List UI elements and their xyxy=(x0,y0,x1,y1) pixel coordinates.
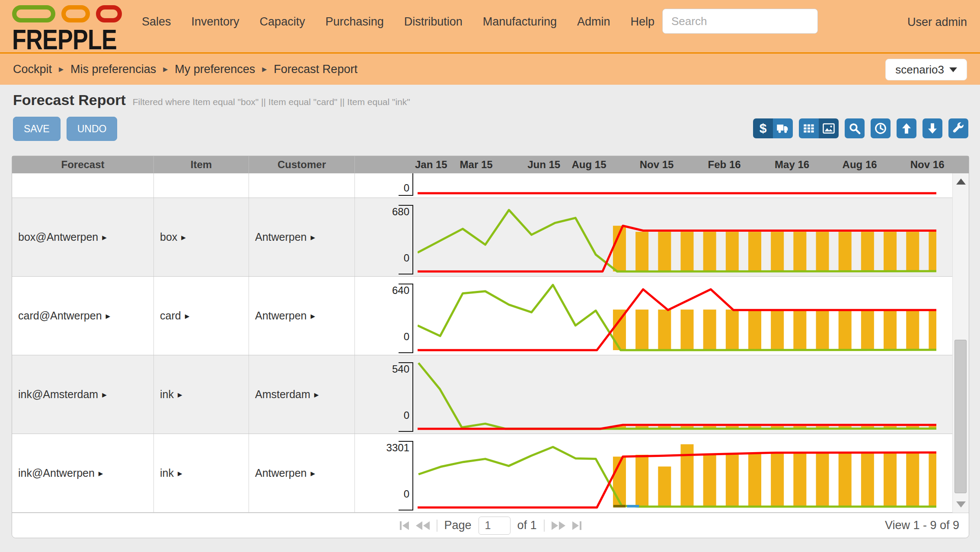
drilldown-arrow-icon[interactable]: ▸ xyxy=(102,389,107,400)
export-button[interactable] xyxy=(923,118,942,138)
item-cell-label[interactable]: ink xyxy=(160,467,174,479)
customer-cell-label[interactable]: Antwerpen xyxy=(255,310,307,322)
import-button[interactable] xyxy=(897,118,916,138)
nav-item-distribution[interactable]: Distribution xyxy=(404,15,463,29)
drilldown-arrow-icon[interactable]: ▸ xyxy=(311,311,316,321)
breadcrumb-item-0[interactable]: Cockpit xyxy=(13,63,52,76)
time-axis-label[interactable]: May 16 xyxy=(775,156,809,173)
prev-page-button[interactable] xyxy=(415,521,429,530)
truck-icon xyxy=(776,122,789,135)
grid-body: 0box@Antwerpen▸box▸Antwerpen▸6800card@An… xyxy=(12,173,969,513)
search-input[interactable] xyxy=(662,9,818,34)
forecast-chart xyxy=(418,355,936,434)
page-number-input[interactable] xyxy=(479,517,511,535)
nav-item-help[interactable]: Help xyxy=(630,15,654,29)
time-axis-label[interactable]: Jan 15 xyxy=(415,156,447,173)
units-toggle-button[interactable] xyxy=(773,118,793,138)
table-row-card@Antwerpen: card@Antwerpen▸card▸Antwerpen▸6400 xyxy=(12,277,969,355)
drilldown-arrow-icon[interactable]: ▸ xyxy=(106,311,111,321)
next-page-button[interactable] xyxy=(552,521,565,530)
undo-button[interactable]: UNDO xyxy=(67,117,118,141)
breadcrumb-item-1[interactable]: Mis preferencias xyxy=(70,63,156,76)
frepple-logo[interactable]: FREPPLE xyxy=(12,5,137,54)
time-axis-label[interactable]: Nov 15 xyxy=(640,156,674,173)
forecast-chart xyxy=(418,277,936,355)
scrollbar-thumb[interactable] xyxy=(954,340,967,493)
drilldown-arrow-icon[interactable]: ▸ xyxy=(99,468,103,479)
table-row-ink@Antwerpen: ink@Antwerpen▸ink▸Antwerpen▸33010 xyxy=(12,434,969,513)
forecast-cell-label[interactable]: card@Antwerpen xyxy=(18,310,102,322)
time-buckets-button[interactable] xyxy=(871,118,891,138)
table-row-box@Antwerpen: box@Antwerpen▸box▸Antwerpen▸6800 xyxy=(12,198,969,277)
user-menu[interactable]: User admin xyxy=(907,16,967,29)
time-axis-header: Jan 15Mar 15Jun 15Aug 15Nov 15Feb 16May … xyxy=(355,156,969,173)
forecast-cell-label[interactable]: ink@Amsterdam xyxy=(18,388,98,401)
y-axis-max-label: 640 xyxy=(355,284,409,297)
breadcrumb-separator-icon: ▸ xyxy=(262,64,267,75)
filter-description: Filtered where Item equal "box" || Item … xyxy=(133,97,410,107)
nav-item-sales[interactable]: Sales xyxy=(142,15,171,29)
time-axis-label[interactable]: Nov 16 xyxy=(910,156,945,173)
customer-cell-label[interactable]: Antwerpen xyxy=(255,467,307,479)
drilldown-arrow-icon[interactable]: ▸ xyxy=(102,232,107,242)
table-view-button[interactable] xyxy=(799,118,819,138)
first-page-button[interactable] xyxy=(399,521,409,530)
nav-item-capacity[interactable]: Capacity xyxy=(260,15,305,29)
column-header-customer[interactable]: Customer xyxy=(249,156,355,173)
drilldown-arrow-icon[interactable]: ▸ xyxy=(178,389,182,400)
breadcrumb-item-3[interactable]: Forecast Report xyxy=(274,63,358,76)
forecast-cell-label[interactable]: box@Antwerpen xyxy=(18,231,98,243)
drilldown-arrow-icon[interactable]: ▸ xyxy=(178,468,182,479)
nav-item-inventory[interactable]: Inventory xyxy=(192,15,239,29)
item-cell-label[interactable]: card xyxy=(160,310,181,322)
y-axis-zero-label: 0 xyxy=(355,409,409,421)
table-icon xyxy=(803,122,815,134)
customer-cell-label[interactable]: Amsterdam xyxy=(255,388,310,401)
customer-cell-label[interactable]: Antwerpen xyxy=(255,231,307,243)
item-cell xyxy=(154,173,249,198)
arrow-up-icon xyxy=(900,122,913,135)
item-cell: card▸ xyxy=(154,277,249,355)
nav-item-admin[interactable]: Admin xyxy=(577,15,610,29)
column-header-forecast[interactable]: Forecast xyxy=(12,156,154,173)
chevron-down-icon xyxy=(949,67,957,72)
time-axis-label[interactable]: Jun 15 xyxy=(527,156,560,173)
time-axis-label[interactable]: Feb 16 xyxy=(708,156,741,173)
y-axis-line xyxy=(412,205,413,274)
nav-item-manufacturing[interactable]: Manufacturing xyxy=(483,15,557,29)
currency-toggle-button[interactable]: $ xyxy=(753,118,773,138)
search-filter-button[interactable] xyxy=(845,118,865,138)
y-axis-bottom-tick xyxy=(399,195,413,196)
forecast-cell-label[interactable]: ink@Antwerpen xyxy=(18,467,95,479)
drilldown-arrow-icon[interactable]: ▸ xyxy=(311,232,316,242)
logo-pill-green xyxy=(12,5,55,22)
vertical-scrollbar[interactable] xyxy=(952,173,969,513)
page-head: Forecast Report Filtered where Item equa… xyxy=(13,92,410,108)
breadcrumb-separator-icon: ▸ xyxy=(59,64,64,75)
dollar-icon: $ xyxy=(760,122,767,135)
time-axis-label[interactable]: Aug 15 xyxy=(572,156,607,173)
graph-view-button[interactable] xyxy=(819,118,839,138)
time-axis-label[interactable]: Mar 15 xyxy=(460,156,493,173)
view-toggle-group xyxy=(799,118,839,138)
item-cell-label[interactable]: box xyxy=(160,231,177,243)
wrench-icon xyxy=(952,122,965,135)
scroll-down-icon[interactable] xyxy=(956,501,966,507)
time-axis-label[interactable]: Aug 16 xyxy=(843,156,877,173)
breadcrumb-item-2[interactable]: My preferences xyxy=(175,63,255,76)
last-page-button[interactable] xyxy=(572,521,581,530)
y-axis-max-label: 540 xyxy=(355,363,409,375)
pager-divider xyxy=(436,520,437,532)
drilldown-arrow-icon[interactable]: ▸ xyxy=(311,468,316,479)
customize-button[interactable] xyxy=(948,118,968,138)
item-cell-label[interactable]: ink xyxy=(160,388,174,401)
scroll-up-icon[interactable] xyxy=(956,179,966,185)
pager-bar: Page of 1 View 1 - 9 of 9 xyxy=(12,513,969,538)
drilldown-arrow-icon[interactable]: ▸ xyxy=(314,389,319,400)
drilldown-arrow-icon[interactable]: ▸ xyxy=(181,232,186,242)
nav-item-purchasing[interactable]: Purchasing xyxy=(326,15,384,29)
scenario-selector[interactable]: scenario3 xyxy=(885,59,967,80)
save-button[interactable]: SAVE xyxy=(13,117,61,141)
drilldown-arrow-icon[interactable]: ▸ xyxy=(185,311,190,321)
column-header-item[interactable]: Item xyxy=(154,156,249,173)
